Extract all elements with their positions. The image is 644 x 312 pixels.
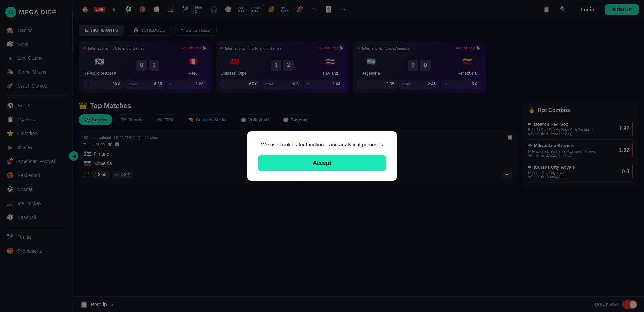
cookie-accept-button[interactable]: Accept (258, 155, 386, 171)
cookie-modal: We use cookies for functional and analyt… (247, 131, 397, 181)
cookie-text: We use cookies for functional and analyt… (258, 141, 386, 149)
cookie-overlay: We use cookies for functional and analyt… (0, 0, 644, 312)
